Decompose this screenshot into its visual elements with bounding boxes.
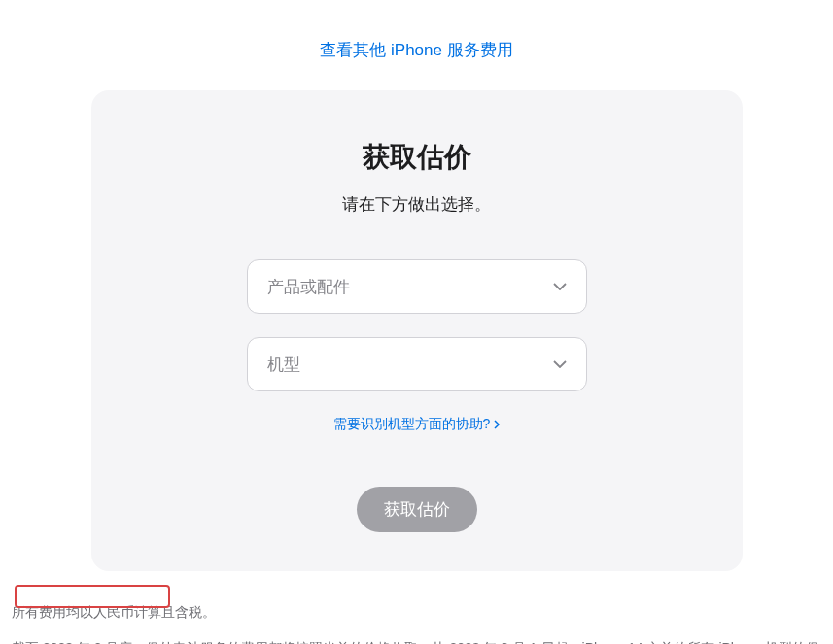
- chevron-down-icon: [553, 360, 567, 368]
- footer-line-1: 所有费用均以人民币计算且含税。: [12, 600, 821, 625]
- get-estimate-button[interactable]: 获取估价: [357, 487, 477, 532]
- model-select-placeholder: 机型: [267, 354, 300, 376]
- card-subtitle: 请在下方做出选择。: [130, 193, 704, 216]
- chevron-down-icon: [553, 283, 567, 290]
- card-title: 获取估价: [130, 139, 704, 176]
- model-select-wrapper: 机型: [247, 337, 587, 391]
- product-select-placeholder: 产品或配件: [267, 276, 350, 298]
- identify-model-help-link[interactable]: 需要识别机型方面的协助?: [333, 416, 501, 433]
- top-link-wrapper: 查看其他 iPhone 服务费用: [0, 0, 833, 90]
- product-select-wrapper: 产品或配件: [247, 259, 587, 314]
- chevron-right-icon: [494, 420, 500, 429]
- product-select[interactable]: 产品或配件: [247, 259, 587, 314]
- estimate-card: 获取估价 请在下方做出选择。 产品或配件 机型 需要识别机型方面的协助? 获取估…: [91, 90, 743, 571]
- model-select[interactable]: 机型: [247, 337, 587, 391]
- submit-wrapper: 获取估价: [130, 487, 704, 532]
- footer-text: 所有费用均以人民币计算且含税。 截至 2023 年 2 月底，保外电池服务的费用…: [0, 571, 833, 644]
- help-link-text: 需要识别机型方面的协助?: [333, 416, 491, 433]
- other-services-link[interactable]: 查看其他 iPhone 服务费用: [320, 41, 512, 59]
- footer-line-2: 截至 2023 年 2 月底，保外电池服务的费用都将按照当前的价格收取。从 20…: [12, 636, 821, 644]
